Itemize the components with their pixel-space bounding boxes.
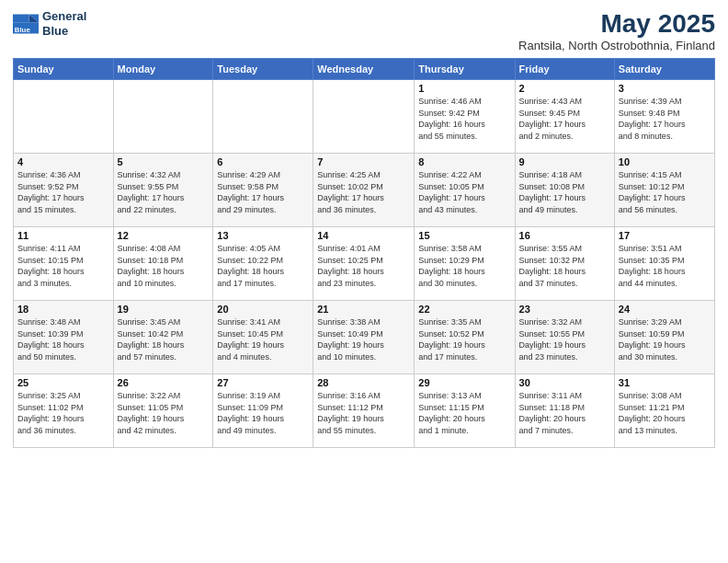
calendar-cell: 25Sunrise: 3:25 AMSunset: 11:02 PMDaylig… (14, 374, 114, 448)
calendar-cell: 7Sunrise: 4:25 AMSunset: 10:02 PMDayligh… (313, 154, 415, 227)
column-header-saturday: Saturday (614, 59, 714, 80)
day-number: 4 (17, 156, 109, 167)
calendar-cell: 19Sunrise: 3:45 AMSunset: 10:42 PMDaylig… (113, 301, 213, 374)
day-detail: Sunrise: 3:16 AMSunset: 11:12 PMDaylight… (317, 390, 410, 436)
day-number: 5 (118, 156, 210, 167)
day-number: 29 (418, 377, 510, 388)
calendar-cell: 4Sunrise: 4:36 AMSunset: 9:52 PMDaylight… (14, 154, 114, 227)
logo-text: General Blue (42, 9, 86, 38)
calendar-cell: 16Sunrise: 3:55 AMSunset: 10:32 PMDaylig… (515, 227, 614, 301)
day-detail: Sunrise: 3:22 AMSunset: 11:05 PMDaylight… (118, 390, 210, 436)
day-number: 23 (519, 304, 610, 315)
main-title: May 2025 (518, 9, 715, 39)
day-number: 21 (317, 304, 410, 315)
day-detail: Sunrise: 3:45 AMSunset: 10:42 PMDaylight… (118, 316, 210, 362)
day-number: 25 (17, 377, 109, 388)
calendar-cell (113, 80, 213, 154)
calendar-week-2: 4Sunrise: 4:36 AMSunset: 9:52 PMDaylight… (14, 154, 715, 227)
day-detail: Sunrise: 4:05 AMSunset: 10:22 PMDaylight… (217, 243, 309, 289)
calendar-cell (213, 80, 313, 154)
day-detail: Sunrise: 3:25 AMSunset: 11:02 PMDaylight… (17, 390, 109, 436)
day-number: 20 (217, 304, 309, 315)
day-number: 9 (519, 156, 610, 167)
calendar-cell: 29Sunrise: 3:13 AMSunset: 11:15 PMDaylig… (415, 374, 515, 448)
calendar-header-row: SundayMondayTuesdayWednesdayThursdayFrid… (14, 59, 715, 80)
day-number: 16 (519, 230, 610, 241)
calendar-cell: 30Sunrise: 3:11 AMSunset: 11:18 PMDaylig… (515, 374, 614, 448)
calendar-week-1: 1Sunrise: 4:46 AMSunset: 9:42 PMDaylight… (14, 80, 715, 154)
day-number: 2 (519, 83, 610, 94)
day-number: 28 (317, 377, 410, 388)
calendar-cell (313, 80, 415, 154)
day-detail: Sunrise: 4:32 AMSunset: 9:55 PMDaylight:… (118, 169, 210, 215)
day-detail: Sunrise: 4:43 AMSunset: 9:45 PMDaylight:… (519, 96, 610, 142)
column-header-sunday: Sunday (14, 59, 114, 80)
day-detail: Sunrise: 4:11 AMSunset: 10:15 PMDaylight… (17, 243, 109, 289)
day-detail: Sunrise: 3:41 AMSunset: 10:45 PMDaylight… (217, 316, 309, 362)
day-detail: Sunrise: 3:29 AMSunset: 10:59 PMDaylight… (619, 316, 711, 362)
day-detail: Sunrise: 3:13 AMSunset: 11:15 PMDaylight… (418, 390, 510, 436)
day-detail: Sunrise: 3:11 AMSunset: 11:18 PMDaylight… (519, 390, 610, 436)
day-detail: Sunrise: 4:36 AMSunset: 9:52 PMDaylight:… (17, 169, 109, 215)
day-number: 26 (118, 377, 210, 388)
day-detail: Sunrise: 3:32 AMSunset: 10:55 PMDaylight… (519, 316, 610, 362)
day-detail: Sunrise: 4:15 AMSunset: 10:12 PMDaylight… (619, 169, 711, 215)
svg-text:Blue: Blue (15, 25, 31, 33)
calendar-cell: 18Sunrise: 3:48 AMSunset: 10:39 PMDaylig… (14, 301, 114, 374)
calendar-cell: 24Sunrise: 3:29 AMSunset: 10:59 PMDaylig… (614, 301, 714, 374)
calendar-cell: 5Sunrise: 4:32 AMSunset: 9:55 PMDaylight… (113, 154, 213, 227)
day-number: 14 (317, 230, 410, 241)
calendar-cell: 20Sunrise: 3:41 AMSunset: 10:45 PMDaylig… (213, 301, 313, 374)
day-number: 27 (217, 377, 309, 388)
day-number: 8 (418, 156, 510, 167)
calendar-cell: 27Sunrise: 3:19 AMSunset: 11:09 PMDaylig… (213, 374, 313, 448)
day-detail: Sunrise: 3:08 AMSunset: 11:21 PMDaylight… (619, 390, 711, 436)
calendar-cell (14, 80, 114, 154)
calendar-cell: 9Sunrise: 4:18 AMSunset: 10:08 PMDayligh… (515, 154, 614, 227)
column-header-tuesday: Tuesday (213, 59, 313, 80)
calendar-cell: 11Sunrise: 4:11 AMSunset: 10:15 PMDaylig… (14, 227, 114, 301)
day-number: 11 (17, 230, 109, 241)
calendar-cell: 13Sunrise: 4:05 AMSunset: 10:22 PMDaylig… (213, 227, 313, 301)
calendar-week-4: 18Sunrise: 3:48 AMSunset: 10:39 PMDaylig… (14, 301, 715, 374)
day-detail: Sunrise: 4:18 AMSunset: 10:08 PMDaylight… (519, 169, 610, 215)
column-header-thursday: Thursday (415, 59, 515, 80)
day-detail: Sunrise: 4:39 AMSunset: 9:48 PMDaylight:… (619, 96, 711, 142)
calendar-cell: 23Sunrise: 3:32 AMSunset: 10:55 PMDaylig… (515, 301, 614, 374)
calendar-cell: 10Sunrise: 4:15 AMSunset: 10:12 PMDaylig… (614, 154, 714, 227)
calendar-table: SundayMondayTuesdayWednesdayThursdayFrid… (13, 58, 715, 448)
day-number: 24 (619, 304, 711, 315)
day-number: 17 (619, 230, 711, 241)
column-header-wednesday: Wednesday (313, 59, 415, 80)
day-detail: Sunrise: 4:29 AMSunset: 9:58 PMDaylight:… (217, 169, 309, 215)
day-detail: Sunrise: 4:01 AMSunset: 10:25 PMDaylight… (317, 243, 410, 289)
generalblue-logo-icon: Blue (13, 11, 39, 37)
calendar-cell: 6Sunrise: 4:29 AMSunset: 9:58 PMDaylight… (213, 154, 313, 227)
column-header-friday: Friday (515, 59, 614, 80)
day-number: 15 (418, 230, 510, 241)
day-detail: Sunrise: 3:51 AMSunset: 10:35 PMDaylight… (619, 243, 711, 289)
day-detail: Sunrise: 3:38 AMSunset: 10:49 PMDaylight… (317, 316, 410, 362)
day-number: 31 (619, 377, 711, 388)
calendar-cell: 22Sunrise: 3:35 AMSunset: 10:52 PMDaylig… (415, 301, 515, 374)
calendar-cell: 15Sunrise: 3:58 AMSunset: 10:29 PMDaylig… (415, 227, 515, 301)
day-number: 13 (217, 230, 309, 241)
day-number: 18 (17, 304, 109, 315)
day-detail: Sunrise: 4:08 AMSunset: 10:18 PMDaylight… (118, 243, 210, 289)
day-detail: Sunrise: 3:55 AMSunset: 10:32 PMDaylight… (519, 243, 610, 289)
day-detail: Sunrise: 3:48 AMSunset: 10:39 PMDaylight… (17, 316, 109, 362)
svg-rect-3 (13, 14, 29, 22)
day-number: 7 (317, 156, 410, 167)
day-number: 19 (118, 304, 210, 315)
page: Blue General Blue May 2025 Rantsila, Nor… (0, 0, 728, 563)
day-detail: Sunrise: 4:46 AMSunset: 9:42 PMDaylight:… (418, 96, 510, 142)
calendar-cell: 12Sunrise: 4:08 AMSunset: 10:18 PMDaylig… (113, 227, 213, 301)
calendar-cell: 1Sunrise: 4:46 AMSunset: 9:42 PMDaylight… (415, 80, 515, 154)
calendar-week-5: 25Sunrise: 3:25 AMSunset: 11:02 PMDaylig… (14, 374, 715, 448)
day-detail: Sunrise: 4:25 AMSunset: 10:02 PMDaylight… (317, 169, 410, 215)
calendar-cell: 8Sunrise: 4:22 AMSunset: 10:05 PMDayligh… (415, 154, 515, 227)
subtitle: Rantsila, North Ostrobothnia, Finland (518, 39, 715, 52)
calendar-cell: 14Sunrise: 4:01 AMSunset: 10:25 PMDaylig… (313, 227, 415, 301)
calendar-cell: 26Sunrise: 3:22 AMSunset: 11:05 PMDaylig… (113, 374, 213, 448)
day-number: 6 (217, 156, 309, 167)
